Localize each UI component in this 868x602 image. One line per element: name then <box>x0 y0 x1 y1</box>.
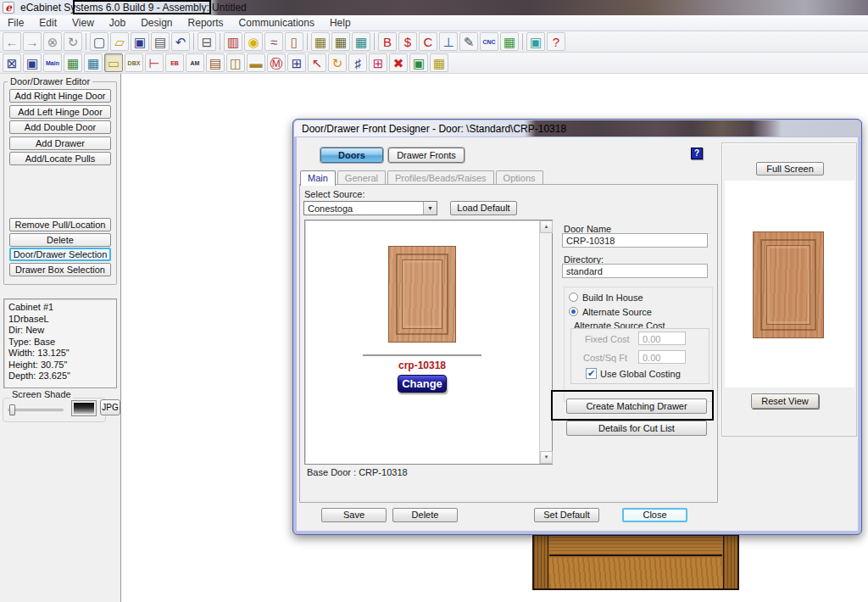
cost-document-icon[interactable]: $ <box>398 32 417 51</box>
am-icon[interactable]: AM <box>186 53 204 72</box>
change-door-button[interactable]: Change <box>398 375 447 393</box>
tab-profiles-beads-raises[interactable]: Profiles/Beads/Raises <box>387 170 494 185</box>
menu-design[interactable]: Design <box>133 17 180 29</box>
plank-icon[interactable]: ▬ <box>247 53 265 72</box>
add-left-hinge-door-button[interactable]: Add Left Hinge Door <box>9 105 111 119</box>
delete-x-icon[interactable]: ✖ <box>389 53 408 72</box>
tab-general[interactable]: General <box>337 170 386 185</box>
screen-shade-slider-thumb[interactable] <box>9 404 15 415</box>
profile-curve-icon[interactable]: ≈ <box>264 32 283 51</box>
details-for-cut-list-button[interactable]: Details for Cut List <box>566 421 707 436</box>
jpg-export-button[interactable]: JPG <box>100 399 120 415</box>
new-file-icon[interactable]: ▢ <box>90 32 108 51</box>
chevron-down-icon[interactable]: ▼ <box>423 202 437 215</box>
menu-help[interactable]: Help <box>322 17 359 29</box>
door-style-list[interactable]: crp-10318 Change ▲ ▼ <box>304 220 553 465</box>
jar-icon[interactable]: ◫ <box>226 53 245 72</box>
door-panel-icon[interactable]: ▯ <box>285 32 303 51</box>
assembly-point-icon[interactable]: ◉ <box>244 32 263 51</box>
shade-swatch-button[interactable] <box>71 400 97 416</box>
close-window-icon[interactable]: ⊠ <box>3 53 21 72</box>
clamp-icon[interactable]: ⊢ <box>145 53 164 72</box>
door-name-field[interactable]: CRP-10318 <box>562 233 708 248</box>
bid-document-icon[interactable]: B <box>378 32 397 51</box>
rotate-icon[interactable]: ↻ <box>328 53 347 72</box>
toggle-settings-icon[interactable]: ⊟ <box>198 32 216 51</box>
help-icon[interactable]: ? <box>547 32 565 51</box>
main-screen-icon[interactable]: Main <box>43 53 62 72</box>
source-select[interactable]: Conestoga ▼ <box>303 201 437 215</box>
alternate-source-radio[interactable] <box>569 307 578 316</box>
no-machine-icon[interactable]: Ⓜ <box>267 53 286 72</box>
door-drawer-selection-button[interactable]: Door/Drawer Selection <box>9 248 111 261</box>
create-matching-drawer-button[interactable]: Create Matching Drawer <box>566 399 707 414</box>
grid-icon[interactable]: ⊞ <box>369 53 387 72</box>
cabinet-blue-icon[interactable]: ▦ <box>84 53 103 72</box>
set-default-button[interactable]: Set Default <box>534 508 599 522</box>
camera-icon[interactable]: ▣ <box>409 53 428 72</box>
cabinet-open-icon[interactable]: ▦ <box>331 32 350 51</box>
dialog-titlebar[interactable]: Door/Drawer Front Designer - Door: \Stan… <box>294 120 860 137</box>
save-blue-icon[interactable]: ▣ <box>23 53 42 72</box>
cabinet-front-icon[interactable]: ▦ <box>311 32 330 51</box>
materials-icon[interactable]: ▥ <box>224 32 242 51</box>
add-double-door-button[interactable]: Add Double Door <box>9 120 111 134</box>
directory-field[interactable]: standard <box>562 264 708 278</box>
remove-pull-location-button[interactable]: Remove Pull/Location <box>9 218 111 231</box>
rails-icon[interactable]: ♯ <box>348 53 367 72</box>
dialog-help-icon[interactable]: ? <box>691 148 703 159</box>
forward-arrow-icon[interactable]: → <box>23 32 42 51</box>
fixed-cost-field[interactable]: 0.00 <box>638 332 686 345</box>
reset-view-button[interactable]: Reset View <box>751 393 819 409</box>
cost-sqft-field[interactable]: 0.00 <box>638 350 686 364</box>
tab-main[interactable]: Main <box>300 170 336 186</box>
cnc-icon[interactable]: CNC <box>480 32 498 51</box>
drawer-box-selection-button[interactable]: Drawer Box Selection <box>9 263 111 276</box>
job-chart-icon[interactable]: ⊥ <box>439 32 458 51</box>
cabinet-3d-view[interactable] <box>532 534 739 590</box>
open-folder-icon[interactable]: ▱ <box>110 32 129 51</box>
cabinet-texture-icon[interactable]: ▦ <box>352 32 370 51</box>
menu-reports[interactable]: Reports <box>181 17 231 29</box>
eb-icon[interactable]: EB <box>165 53 184 72</box>
add-drawer-button[interactable]: Add Drawer <box>9 137 111 150</box>
drawer-fronts-mode-button[interactable]: Drawer Fronts <box>388 148 465 163</box>
menu-view[interactable]: View <box>64 17 102 29</box>
menu-file[interactable]: File <box>0 17 31 29</box>
build-in-house-radio[interactable] <box>569 293 578 302</box>
delete-button[interactable]: Delete <box>9 233 111 247</box>
calendar-icon[interactable]: ▦ <box>430 53 448 72</box>
doors-mode-button[interactable]: Doors <box>320 148 383 163</box>
scroll-down-icon[interactable]: ▼ <box>540 451 553 464</box>
print-icon[interactable]: ▤ <box>151 32 170 51</box>
back-arrow-icon[interactable]: ← <box>3 32 21 51</box>
edit-document-icon[interactable]: ✎ <box>459 32 478 51</box>
keypad-icon[interactable]: ⊞ <box>287 53 306 72</box>
dbx-icon[interactable]: DBX <box>125 53 143 72</box>
load-default-button[interactable]: Load Default <box>450 201 517 215</box>
monitor-icon[interactable]: ▣ <box>526 32 545 51</box>
menu-job[interactable]: Job <box>102 17 133 29</box>
save-icon[interactable]: ▣ <box>131 32 149 51</box>
pointer-icon[interactable]: ↖ <box>308 53 326 72</box>
use-global-costing-checkbox[interactable]: ✔ <box>586 368 597 379</box>
menu-edit[interactable]: Edit <box>31 17 64 29</box>
cutlist-document-icon[interactable]: C <box>419 32 437 51</box>
add-right-hinge-door-button[interactable]: Add Right Hinge Door <box>9 89 111 103</box>
save-button[interactable]: Save <box>321 508 387 522</box>
cancel-icon[interactable]: ⊗ <box>43 32 62 51</box>
tab-options[interactable]: Options <box>496 170 543 185</box>
delete-dialog-button[interactable]: Delete <box>392 508 458 522</box>
close-button[interactable]: Close <box>622 508 687 522</box>
full-screen-button[interactable]: Full Screen <box>756 162 824 176</box>
add-locate-pulls-button[interactable]: Add/Locate Pulls <box>9 152 111 165</box>
menu-communications[interactable]: Communications <box>231 17 322 29</box>
refresh-icon[interactable]: ↻ <box>64 32 82 51</box>
chest-icon[interactable]: ▭ <box>104 53 123 72</box>
undo-icon[interactable]: ↶ <box>171 32 190 51</box>
screen-shade-slider-track[interactable] <box>8 409 64 411</box>
scroll-up-icon[interactable]: ▲ <box>540 220 553 233</box>
shelf-icon[interactable]: ▤ <box>206 53 225 72</box>
panel-layout-icon[interactable]: ▦ <box>500 32 519 51</box>
door-3d-preview-area[interactable] <box>725 181 854 387</box>
